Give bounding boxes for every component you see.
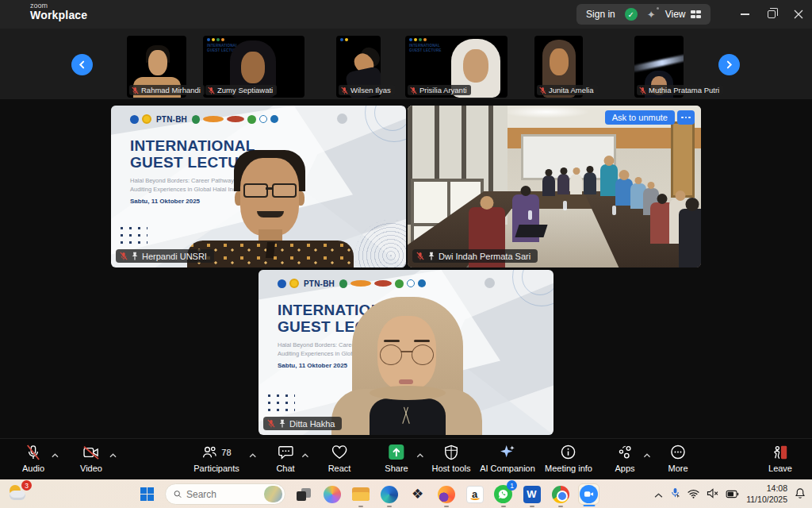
- meeting-info-button[interactable]: Meeting info: [545, 444, 592, 473]
- participant-thumbnail[interactable]: INTERNATIONALGUEST LECTURE Zumy Septiawa…: [203, 36, 304, 98]
- video-button[interactable]: Video: [80, 444, 102, 473]
- mic-muted-icon: [341, 87, 348, 94]
- ask-to-unmute-button[interactable]: Ask to unmute: [605, 110, 675, 125]
- share-button[interactable]: Share: [385, 444, 408, 473]
- sparkle-icon[interactable]: ✦: [647, 9, 656, 21]
- classroom-video: [408, 106, 701, 267]
- dropbox-icon: ❖: [412, 487, 423, 501]
- app-logo: zoom Workplace: [30, 2, 87, 21]
- participants-options-chevron[interactable]: [250, 450, 257, 460]
- whatsapp-button[interactable]: 1: [492, 483, 514, 505]
- task-view-button[interactable]: [293, 483, 314, 505]
- dropbox-button[interactable]: ❖: [407, 483, 428, 505]
- mic-muted-icon: [267, 419, 275, 428]
- view-label: View: [665, 9, 686, 20]
- leave-button[interactable]: Leave: [768, 444, 792, 473]
- notification-badge: 3: [21, 480, 32, 491]
- audio-options-chevron[interactable]: [52, 450, 59, 460]
- chat-label: Chat: [276, 464, 294, 473]
- search-input[interactable]: [186, 489, 259, 500]
- video-label: Video: [80, 464, 102, 473]
- tray-mic-icon[interactable]: [670, 487, 680, 502]
- battery-icon[interactable]: [726, 487, 739, 502]
- copilot-button[interactable]: [321, 483, 343, 505]
- close-icon: [794, 10, 803, 19]
- firefox-button[interactable]: [435, 483, 457, 505]
- participant-name: Dwi Indah Permata Sari: [439, 252, 530, 261]
- leave-icon: [772, 444, 788, 460]
- apps-options-chevron[interactable]: [644, 450, 651, 460]
- mic-muted-icon: [410, 87, 417, 94]
- participant-thumbnail[interactable]: Wilsen Ilyas: [336, 36, 381, 98]
- participant-thumbnail[interactable]: Rahmad Mirhandi: [127, 36, 186, 98]
- pin-icon: [131, 252, 139, 260]
- attendee: [557, 174, 569, 194]
- zoom-app-button[interactable]: [578, 483, 599, 505]
- gallery-grid-icon: [691, 10, 702, 18]
- taskbar-search[interactable]: [165, 483, 285, 505]
- minimize-button[interactable]: [731, 0, 758, 29]
- audio-label: Audio: [22, 464, 44, 473]
- share-label: Share: [385, 464, 408, 473]
- start-button[interactable]: [136, 483, 158, 505]
- sign-in-button[interactable]: Sign in: [586, 9, 615, 20]
- more-button[interactable]: More: [668, 444, 688, 473]
- video-tile-herpandi[interactable]: PTN-BH INTERNATIONALGUEST LECTURE Halal …: [111, 106, 406, 267]
- wifi-icon[interactable]: [688, 487, 699, 502]
- share-options-chevron[interactable]: [417, 450, 424, 460]
- file-explorer-button[interactable]: [350, 483, 371, 505]
- ai-companion-button[interactable]: AI Companion: [480, 444, 535, 473]
- participant-thumbnail[interactable]: Junita Amelia: [534, 36, 583, 98]
- attendee: [584, 172, 596, 194]
- security-shield-icon[interactable]: ✓: [625, 8, 638, 21]
- tile-name-badge: Ditta Hakha: [263, 417, 342, 430]
- participants-button[interactable]: 78 Participants: [193, 444, 239, 473]
- participants-count: 78: [221, 448, 231, 457]
- more-label: More: [668, 464, 688, 473]
- zoom-app-icon: [580, 485, 598, 503]
- poster-date: Sabtu, 11 Oktober 2025: [278, 362, 347, 369]
- filmstrip-next-button[interactable]: [718, 54, 740, 75]
- amazon-button[interactable]: a: [464, 483, 485, 505]
- edge-icon: [381, 486, 398, 503]
- taskbar-apps: ❖ a 1 W: [136, 483, 599, 505]
- participants-icon: [201, 445, 217, 460]
- participant-thumbnail[interactable]: Muthia Pratama Putri: [634, 36, 684, 98]
- poster-subtitle: Halal Beyond Borders: Career Pathways an…: [130, 177, 249, 194]
- react-button[interactable]: React: [328, 444, 351, 473]
- host-tools-button[interactable]: Host tools: [432, 444, 471, 473]
- taskbar-clock[interactable]: 14:08 11/10/2025: [746, 483, 787, 505]
- chat-button[interactable]: Chat: [276, 444, 294, 473]
- mic-muted-icon: [120, 252, 128, 260]
- apps-label: Apps: [615, 464, 634, 473]
- apps-button[interactable]: Apps: [615, 444, 634, 473]
- video-tile-ditta[interactable]: PTN-BH INTERNATIONALGUEST LECTURE Halal …: [259, 270, 553, 435]
- mic-muted-icon: [26, 444, 40, 460]
- tile-more-options-button[interactable]: [677, 110, 695, 125]
- weather-widget[interactable]: 3: [8, 483, 30, 504]
- info-icon: [561, 444, 576, 460]
- video-options-chevron[interactable]: [109, 450, 117, 460]
- title-bar: zoom Workplace Sign in ✓ ✦ View: [0, 0, 812, 29]
- close-button[interactable]: [785, 0, 812, 29]
- tray-expand-chevron[interactable]: [654, 487, 663, 502]
- chrome-button[interactable]: [550, 483, 571, 505]
- pin-icon: [278, 419, 286, 428]
- chat-options-chevron[interactable]: [302, 450, 309, 460]
- audio-button[interactable]: Audio: [22, 444, 44, 473]
- attendee: [570, 174, 582, 194]
- amazon-icon: a: [466, 486, 484, 503]
- notification-bell-icon[interactable]: [795, 487, 806, 502]
- word-button[interactable]: W: [521, 483, 542, 505]
- view-menu[interactable]: View: [665, 9, 701, 20]
- participant-thumbnail[interactable]: INTERNATIONALGUEST LECTURE Prisilia Arya…: [405, 36, 508, 98]
- volume-muted-icon[interactable]: [707, 487, 718, 502]
- filmstrip-prev-button[interactable]: [71, 54, 93, 75]
- participants-filmstrip: Rahmad Mirhandi INTERNATIONALGUEST LECTU…: [0, 29, 812, 99]
- participant-name-badge: Zumy Septiawati: [205, 85, 277, 95]
- video-tile-classroom[interactable]: Ask to unmute Dwi Indah Permata Sari: [408, 106, 701, 267]
- participant-name: Ditta Hakha: [289, 419, 335, 429]
- restore-button[interactable]: [758, 0, 785, 29]
- edge-button[interactable]: [378, 483, 400, 505]
- chrome-icon: [552, 486, 569, 503]
